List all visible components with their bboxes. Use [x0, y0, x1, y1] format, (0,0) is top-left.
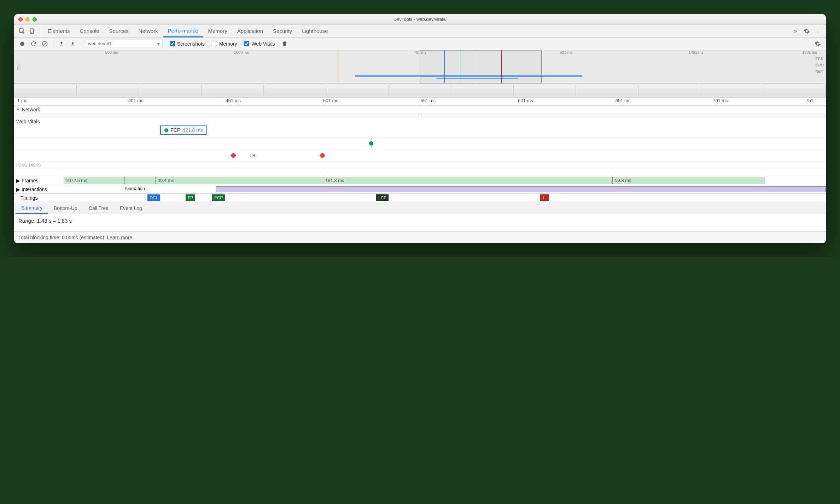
webvitals-track: Web Vitals FCP 421.8 ms LS LONG TASKS — [14, 118, 826, 176]
details-tab-call-tree[interactable]: Call Tree — [83, 202, 114, 214]
reload-record-button[interactable] — [29, 39, 38, 48]
tab-application[interactable]: Application — [232, 25, 268, 37]
timing-fp[interactable]: FP — [186, 194, 195, 201]
maximize-window-button[interactable] — [33, 17, 37, 22]
memory-checkbox-input[interactable] — [212, 41, 217, 46]
screenshot-thumb[interactable] — [139, 84, 202, 98]
overview-marker-black — [477, 50, 477, 83]
details-tabs: Summary Bottom-Up Call Tree Event Log — [14, 202, 826, 214]
timings-content[interactable]: DCL FP FCP LCP L — [64, 194, 826, 202]
memory-checkbox[interactable]: Memory — [212, 41, 237, 47]
frame-segment[interactable]: 1072.5 ms — [64, 177, 124, 184]
learn-more-link[interactable]: Learn more — [107, 235, 133, 240]
screenshot-thumb[interactable] — [763, 84, 826, 98]
webvitals-checkbox[interactable]: Web Vitals — [244, 41, 275, 47]
tab-security[interactable]: Security — [268, 25, 297, 37]
minimize-window-button[interactable] — [25, 17, 30, 22]
recording-select[interactable]: web.dev #1 — [85, 40, 163, 48]
titlebar: DevTools - web.dev/vitals/ — [14, 14, 826, 25]
frame-segment[interactable]: 59.8 ms — [612, 177, 765, 184]
screenshots-checkbox[interactable]: Screenshots — [170, 41, 205, 47]
screenshot-thumb[interactable] — [638, 84, 701, 98]
device-toolbar-icon[interactable] — [27, 26, 37, 36]
tab-memory[interactable]: Memory — [203, 25, 232, 37]
overview-pane[interactable]: 500 ms 1000 ms 401 ms 901 ms 1401 ms 190… — [14, 50, 826, 84]
details-tab-summary[interactable]: Summary — [16, 202, 48, 214]
tab-performance[interactable]: Performance — [163, 25, 203, 37]
frames-content[interactable]: 1072.5 ms 40.4 ms 161.3 ms 59.8 ms — [64, 176, 826, 185]
screenshot-thumb[interactable] — [451, 84, 514, 98]
timings-header[interactable]: Timings — [14, 195, 64, 201]
screenshot-thumb[interactable] — [202, 84, 264, 98]
lcp-marker[interactable] — [369, 141, 373, 146]
capture-settings-icon[interactable] — [813, 39, 822, 48]
tab-lighthouse[interactable]: Lighthouse — [297, 25, 333, 37]
timings-track: Timings DCL FP FCP LCP L — [14, 194, 826, 202]
frame-segment[interactable] — [124, 177, 155, 184]
layout-shift-marker[interactable] — [320, 152, 326, 158]
webvitals-ls-row: LS — [14, 150, 826, 162]
layout-shift-marker[interactable] — [230, 152, 236, 158]
inspect-element-icon[interactable] — [17, 26, 27, 36]
overview-marker-blue — [444, 50, 445, 83]
separator — [81, 40, 81, 47]
record-button[interactable] — [18, 39, 27, 48]
fcp-marker[interactable]: FCP 421.8 ms — [160, 125, 207, 135]
animation-label: Animation — [124, 186, 145, 191]
screenshot-thumb[interactable] — [326, 84, 389, 98]
frames-header[interactable]: ▶ Frames — [14, 176, 64, 185]
settings-icon[interactable] — [802, 26, 812, 36]
more-tabs-icon[interactable]: » — [791, 26, 800, 36]
summary-range: Range: 1.43 s – 1.83 s — [18, 218, 822, 224]
collapse-arrow-icon: ▼ — [16, 107, 20, 111]
overview-marker-green — [461, 50, 461, 83]
screenshots-checkbox-input[interactable] — [170, 41, 175, 46]
interactions-content[interactable]: Animation — [64, 185, 826, 193]
timing-dcl[interactable]: DCL — [147, 194, 160, 201]
total-blocking-time: Total blocking time: 0.00ms (estimated) — [18, 235, 104, 240]
close-window-button[interactable] — [18, 17, 23, 22]
screenshot-thumb[interactable] — [14, 84, 77, 98]
tab-sources[interactable]: Sources — [104, 25, 134, 37]
details-tab-event-log[interactable]: Event Log — [114, 202, 148, 214]
tab-network[interactable]: Network — [134, 25, 163, 37]
details-tab-bottom-up[interactable]: Bottom-Up — [48, 202, 83, 214]
frame-segment[interactable]: 161.3 ms — [323, 177, 612, 184]
timing-fcp[interactable]: FCP — [212, 194, 225, 201]
flamechart-time-ruler[interactable]: 1 ms 401 ms 451 ms 501 ms 551 ms 601 ms … — [14, 98, 826, 106]
tab-elements[interactable]: Elements — [43, 25, 75, 37]
screenshot-thumb[interactable] — [389, 84, 451, 98]
frames-track: ▶ Frames 1072.5 ms 40.4 ms 161.3 ms 59.8… — [14, 176, 826, 185]
footer: Total blocking time: 0.00ms (estimated) … — [14, 232, 826, 243]
long-tasks-row — [14, 169, 826, 176]
webvitals-header: Web Vitals — [14, 118, 826, 125]
overview-viewport-handle[interactable] — [420, 50, 542, 83]
kebab-menu-icon[interactable]: ⋮ — [813, 26, 823, 36]
panel-tabs: Elements Console Sources Network Perform… — [14, 25, 826, 37]
interactions-header[interactable]: ▶ Interactions — [14, 187, 64, 192]
performance-toolbar: web.dev #1 Screenshots Memory Web Vitals — [14, 37, 826, 50]
overview-marker-red — [501, 50, 502, 83]
devtools-window: DevTools - web.dev/vitals/ Elements Cons… — [14, 14, 826, 243]
collapsed-indicator[interactable]: ⋯ — [14, 113, 826, 118]
timing-lcp[interactable]: LCP — [376, 194, 389, 201]
screenshot-thumb[interactable] — [576, 84, 638, 98]
screenshot-strip[interactable] — [14, 84, 826, 98]
screenshot-thumb[interactable] — [264, 84, 326, 98]
screenshot-thumb[interactable] — [701, 84, 764, 98]
tab-console[interactable]: Console — [75, 25, 104, 37]
webvitals-checkbox-input[interactable] — [244, 41, 249, 46]
recording-select-wrap[interactable]: web.dev #1 — [85, 40, 163, 48]
screenshot-thumb[interactable] — [77, 84, 139, 98]
frame-segment[interactable]: 40.4 ms — [155, 177, 323, 184]
svg-point-3 — [20, 42, 24, 46]
divider — [40, 28, 40, 35]
timing-load[interactable]: L — [540, 194, 549, 201]
delete-button[interactable] — [280, 39, 289, 48]
save-profile-button[interactable] — [68, 39, 77, 48]
clear-button[interactable] — [40, 39, 49, 48]
overview-marker-orange — [339, 50, 339, 83]
load-profile-button[interactable] — [57, 39, 66, 48]
screenshot-thumb[interactable] — [514, 84, 576, 98]
animation-bar[interactable] — [216, 186, 826, 192]
